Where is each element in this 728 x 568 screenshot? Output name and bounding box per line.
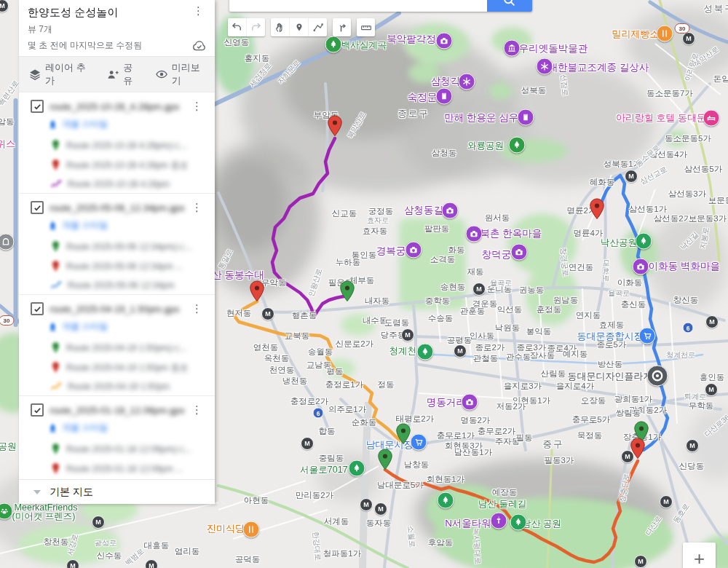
layer-feature-row[interactable]: Route 2025-10-28 4:28pm 종료 (19, 159, 215, 172)
metro-station-icon[interactable]: M (454, 344, 467, 358)
individual-styles-link[interactable]: 개별 스타일 (19, 118, 215, 130)
red-pin-marker[interactable] (589, 198, 605, 220)
add-layer-label: 레이어 추가 (45, 61, 92, 87)
route-2025-04-19-path[interactable] (234, 301, 401, 441)
metro-station-icon[interactable]: M (660, 495, 673, 508)
route-2025-05-06-path[interactable] (598, 175, 668, 450)
layer-checkbox[interactable] (31, 403, 44, 417)
layer-feature-row[interactable]: Route 2025-10-28 4:28pm (19, 178, 215, 189)
preview-button[interactable]: 미리보기 (156, 61, 207, 87)
layer-checkbox[interactable] (31, 302, 44, 315)
metro-station-icon[interactable]: M (92, 516, 105, 529)
green-pin-marker[interactable] (377, 449, 393, 470)
layer-feature-row[interactable]: Route 2025-05-06 12:34pm ... (19, 260, 215, 273)
red-pin-marker[interactable] (630, 438, 646, 459)
castle-poi-icon[interactable] (436, 88, 453, 105)
draw-line-button[interactable] (309, 18, 327, 36)
add-marker-button[interactable] (290, 18, 309, 36)
more-options-icon[interactable]: ⋮ (191, 6, 206, 16)
temple-poi-icon[interactable] (459, 74, 475, 90)
metro-station-icon[interactable]: M (625, 170, 638, 183)
zoom-in-button[interactable]: + (683, 543, 716, 568)
camera-poi-icon[interactable] (466, 226, 483, 242)
fork-poi-icon[interactable] (243, 521, 260, 538)
layer-feature-row[interactable]: Route 2025-01-18 12:06pm(시... (19, 443, 215, 456)
tree-poi-icon[interactable] (417, 344, 434, 360)
layer-feature-row[interactable]: Route 2025-04-19 1:50pm 종료 (19, 361, 215, 374)
individual-styles-link[interactable]: 개별 스타일 (19, 422, 215, 434)
layer-checkbox[interactable] (31, 100, 44, 113)
pan-button[interactable] (271, 18, 290, 36)
metro-station-icon[interactable]: M (66, 559, 79, 568)
layer-options-icon[interactable]: ⋮ (189, 202, 205, 213)
metro-station-icon[interactable]: M (705, 383, 718, 396)
metro-station-icon[interactable]: M (634, 555, 647, 568)
layer-feature-row[interactable]: Route 2025-01-18 12:06pm ... (19, 462, 215, 476)
layer-feature-row[interactable]: Route 2025-10-28 4:28pm(시... (19, 139, 215, 152)
tree-poi-icon[interactable] (325, 36, 342, 53)
cart-poi-icon[interactable] (411, 434, 427, 451)
metro-station-icon[interactable]: M (360, 498, 373, 511)
layer-title[interactable]: route_2025-10-28_4.28pm.gpx (50, 101, 189, 112)
layer-title[interactable]: route_2025-05-06_12.34pm.gpx (50, 202, 189, 213)
tower-poi-icon[interactable] (491, 513, 507, 529)
metro-station-icon[interactable]: M (472, 283, 486, 296)
layer-feature-row[interactable]: Route 2025-04-19 1:50pm(시... (19, 342, 215, 355)
search-input[interactable] (229, 0, 487, 12)
layer-title[interactable]: route_2025-04-19_1.50pm.gpx (50, 304, 189, 315)
chevron-down-icon (33, 490, 41, 494)
add-layer-button[interactable]: 레이어 추가 (29, 61, 92, 87)
add-directions-button[interactable] (333, 18, 351, 36)
camera-poi-icon[interactable] (511, 244, 528, 261)
metro-station-icon[interactable]: M (261, 307, 274, 320)
metro-station-icon[interactable]: M (145, 559, 158, 568)
layer-checkbox[interactable] (31, 201, 44, 214)
bank-poi-icon[interactable] (504, 40, 521, 57)
route-2025-01-18-path[interactable] (385, 461, 638, 562)
metro-station-icon[interactable]: M (682, 32, 695, 45)
layer-title[interactable]: route_2025-01-18_12.06pm.gpx (50, 405, 189, 416)
camera-poi-icon[interactable] (633, 259, 649, 275)
layer-options-icon[interactable]: ⋮ (189, 304, 205, 314)
undo-button[interactable] (228, 18, 247, 36)
panel-action-bar: 레이어 추가 공유 미리보기 (19, 56, 215, 92)
metro-station-icon[interactable]: M (401, 328, 414, 342)
layer-options-icon[interactable]: ⋮ (189, 101, 205, 111)
metro-station-icon[interactable]: M (705, 315, 719, 328)
green-pin-marker[interactable] (339, 280, 355, 302)
metro-station-icon[interactable]: M (301, 437, 314, 450)
tree-poi-icon[interactable] (509, 137, 526, 154)
camera-poi-icon[interactable] (442, 202, 459, 219)
redo-button[interactable] (247, 18, 265, 36)
metro-station-icon[interactable]: M (686, 439, 699, 452)
camera-poi-icon[interactable] (405, 242, 422, 259)
fork-poi-icon[interactable] (657, 25, 673, 42)
share-button[interactable]: 공유 (107, 61, 141, 87)
cart-poi-icon[interactable] (639, 328, 656, 344)
castle-poi-icon[interactable] (518, 109, 534, 126)
measure-button[interactable] (357, 18, 375, 36)
layer-feature-row[interactable]: Route 2025-05-06 12:34pm (19, 280, 215, 291)
red-pin-marker[interactable] (327, 115, 343, 137)
tree-poi-icon[interactable] (510, 514, 527, 531)
metro-station-icon[interactable]: M (374, 502, 387, 516)
temple-poi-icon[interactable] (537, 58, 553, 75)
tree-poi-icon[interactable] (636, 233, 652, 250)
red-pin-marker[interactable] (249, 280, 265, 302)
bed-poi-icon[interactable] (703, 110, 720, 127)
layer-feature-row[interactable]: Route 2025-04-19 1:50pm (19, 381, 215, 392)
feature-label: Route 2025-01-18 12:06pm(시... (66, 443, 192, 456)
camera-poi-icon[interactable] (462, 394, 478, 411)
layer-options-icon[interactable]: ⋮ (189, 405, 205, 415)
tree-poi-icon[interactable] (438, 492, 454, 509)
individual-styles-link[interactable]: 개별 스타일 (19, 219, 215, 232)
tree-poi-icon[interactable] (349, 460, 365, 477)
search-button[interactable] (487, 0, 532, 12)
individual-styles-link[interactable]: 개별 스타일 (19, 320, 215, 333)
ddp-poi-icon[interactable] (647, 366, 668, 387)
layer-feature-row[interactable]: Route 2025-05-06 12:34pm(시... (19, 240, 215, 253)
green-pin-marker[interactable] (395, 423, 411, 445)
route-2025-10-28-path[interactable] (272, 138, 347, 317)
camera-poi-icon[interactable] (436, 33, 453, 50)
base-map-row[interactable]: 기본 지도 (19, 479, 215, 504)
